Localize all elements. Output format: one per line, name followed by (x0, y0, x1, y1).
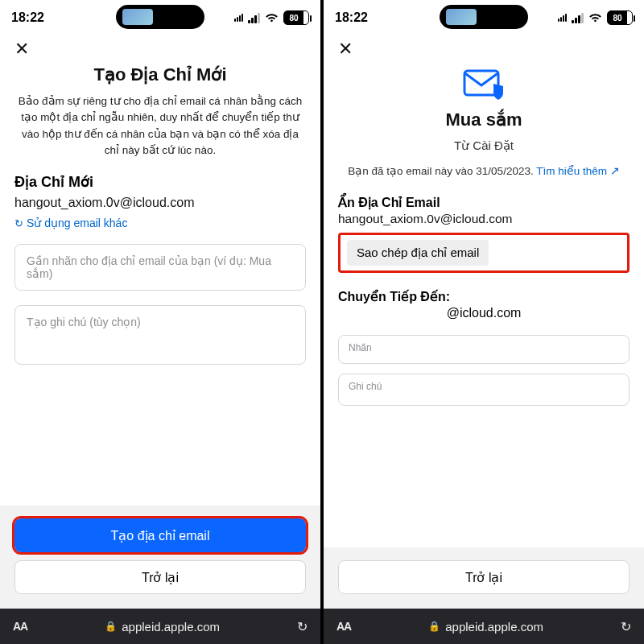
copy-email-label: Sao chép địa chỉ email (357, 246, 479, 259)
label-input-placeholder: Gần nhãn cho địa chỉ email của bạn (ví d… (27, 254, 294, 280)
battery-icon: 80 (283, 10, 309, 25)
battery-icon: 80 (607, 10, 633, 25)
dynamic-island (440, 5, 528, 29)
note-input[interactable]: Tạo ghi chú (tùy chọn) (14, 305, 306, 365)
close-icon[interactable]: ✕ (338, 39, 630, 60)
url-text: appleid.apple.com (445, 620, 543, 634)
copy-email-highlight: Sao chép địa chỉ email (338, 233, 630, 273)
cellular-icon (248, 13, 260, 23)
back-button-label: Trở lại (142, 570, 179, 585)
page-description: Bảo đảm sự riêng tư cho địa chỉ email cá… (14, 93, 306, 159)
phone-left: 18:22 80 ✕ Tạo Địa Chỉ Mới Bảo đảm sự ri… (0, 0, 322, 644)
note-field[interactable]: Ghi chú (338, 374, 630, 406)
back-button[interactable]: Trở lại (14, 560, 306, 594)
page-subtitle: Từ Cài Đặt (338, 138, 630, 153)
note-input-placeholder: Tạo ghi chú (tùy chọn) (27, 316, 294, 328)
create-email-button[interactable]: Tạo địa chỉ email (14, 518, 306, 552)
created-info: Bạn đã tạo email này vào 31/05/2023. Tìm… (338, 164, 630, 177)
learn-more-link[interactable]: Tìm hiểu thêm ↗ (536, 165, 620, 177)
new-address-value: hangout_axiom.0v@icloud.com (14, 196, 306, 210)
status-time: 18:22 (11, 10, 60, 25)
copy-email-button[interactable]: Sao chép địa chỉ email (347, 240, 489, 266)
forward-to-value: @icloud.com (338, 306, 630, 320)
text-size-button[interactable]: AA (13, 620, 27, 633)
forward-to-label: Chuyển Tiếp Đến: (338, 289, 630, 304)
mail-shield-icon (338, 68, 630, 101)
status-bar: 18:22 80 (324, 0, 644, 35)
phone-right: 18:22 80 ✕ Mua sắm Từ Cài Đặ (322, 0, 644, 644)
reload-icon[interactable]: ↻ (297, 619, 308, 634)
use-other-email-label: Sử dụng email khác (27, 217, 127, 229)
dynamic-island (116, 5, 204, 29)
page-title: Mua sắm (338, 109, 630, 130)
label-field-caption: Nhãn (349, 342, 619, 353)
safari-bar: AA 🔒 appleid.apple.com ↻ (0, 609, 320, 644)
wifi-icon (265, 13, 279, 23)
back-button[interactable]: Trở lại (338, 560, 630, 594)
cellular-icon (572, 13, 584, 23)
footer: Trở lại (324, 547, 644, 609)
page-title: Tạo Địa Chỉ Mới (14, 64, 306, 85)
new-address-label: Địa Chỉ Mới (14, 173, 306, 191)
hide-email-value: hangout_axiom.0v@icloud.com (338, 212, 630, 226)
lock-icon: 🔒 (105, 621, 117, 632)
island-media-thumb (446, 9, 477, 25)
wifi-icon (588, 13, 602, 23)
status-bar: 18:22 80 (0, 0, 320, 35)
text-size-button[interactable]: AA (336, 620, 351, 633)
create-email-label: Tạo địa chỉ email (111, 528, 210, 543)
url-display[interactable]: 🔒 appleid.apple.com (105, 620, 220, 634)
hide-email-label: Ẩn Địa Chỉ Email (338, 195, 630, 210)
refresh-icon: ↻ (14, 217, 23, 229)
created-info-text: Bạn đã tạo email này vào 31/05/2023. (348, 165, 536, 177)
use-other-email-link[interactable]: ↻ Sử dụng email khác (14, 217, 306, 229)
close-icon[interactable]: ✕ (14, 39, 306, 60)
audio-bars-icon (558, 14, 567, 22)
reload-icon[interactable]: ↻ (621, 619, 631, 634)
island-media-thumb (122, 9, 153, 25)
url-text: appleid.apple.com (122, 620, 220, 634)
note-field-caption: Ghi chú (349, 381, 619, 392)
svg-rect-0 (464, 71, 498, 95)
label-input[interactable]: Gần nhãn cho địa chỉ email của bạn (ví d… (14, 244, 306, 291)
safari-bar: AA 🔒 appleid.apple.com ↻ (324, 609, 644, 644)
footer: Tạo địa chỉ email Trở lại (0, 506, 320, 609)
label-field[interactable]: Nhãn (338, 335, 630, 364)
lock-icon: 🔒 (428, 621, 440, 632)
back-button-label: Trở lại (465, 570, 502, 585)
status-time: 18:22 (335, 10, 383, 25)
url-display[interactable]: 🔒 appleid.apple.com (428, 620, 543, 634)
audio-bars-icon (234, 14, 243, 22)
